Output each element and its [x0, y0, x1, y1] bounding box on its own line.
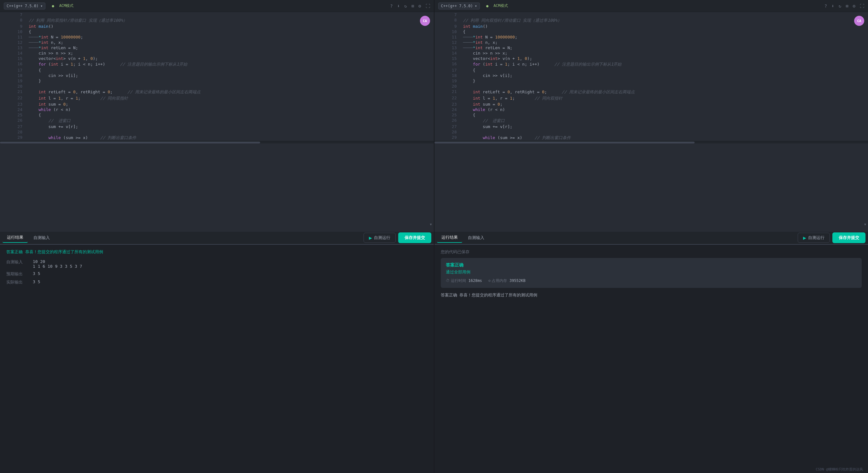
line-code — [461, 12, 868, 17]
left-layout-icon[interactable]: ⊞ — [411, 3, 414, 8]
right-lang-selector[interactable]: C++(g++ 7.5.0) ▾ — [438, 2, 480, 9]
left-settings-icon[interactable]: ⚙ — [418, 3, 421, 8]
right-fullscreen-icon[interactable]: ⛶ — [860, 3, 864, 8]
line-code: int retLeft = 0, retRight = 0; // 用来记录最终… — [26, 89, 434, 95]
table-row: 12 ────*int n, x; — [434, 40, 868, 45]
table-row: 21 int retLeft = 0, retRight = 0; // 用来记… — [434, 89, 868, 95]
right-memory-meta: ⚙ 占用内存 39552KB — [488, 278, 526, 283]
table-row: 27 sum += v[r]; — [434, 124, 868, 129]
table-row: 23 int sum = 0; — [434, 101, 868, 107]
right-scroll-arrow[interactable]: ▼ — [864, 223, 866, 226]
right-download-icon[interactable]: ⬇ — [831, 3, 834, 8]
line-number: 9 — [434, 24, 461, 29]
line-code: sum += v[r]; — [461, 124, 868, 129]
table-row: 19 } — [434, 78, 868, 84]
left-editor-topbar: C++(g++ 7.5.0) ▾ ● ACM模式 ? ⬇ ↻ ⊞ ⚙ ⛶ — [0, 0, 434, 12]
right-tab-run-result[interactable]: 运行结果 — [437, 233, 462, 243]
right-answer-meta: ⏱ 运行时间 1628ms ⚙ 占用内存 39552KB — [446, 278, 857, 283]
right-settings-icon[interactable]: ⚙ — [853, 3, 856, 8]
line-code: int retLeft = 0, retRight = 0; // 用来记录最终… — [461, 89, 868, 95]
line-number: 16 — [0, 61, 26, 67]
left-lang-chevron: ▾ — [40, 4, 42, 8]
left-fullscreen-icon[interactable]: ⛶ — [426, 3, 430, 8]
right-test-run-label: 自测运行 — [808, 235, 825, 241]
line-code: // 进窗口 — [461, 118, 868, 124]
left-help-icon[interactable]: ? — [390, 3, 393, 8]
line-number: 12 — [0, 40, 26, 45]
table-row: 18 cin >> v[i]; — [0, 73, 434, 78]
line-number: 12 — [434, 40, 461, 45]
left-expected-row: 预期输出 3 5 — [6, 271, 428, 277]
line-number: 8 — [0, 17, 26, 24]
right-test-run-btn[interactable]: 自测运行 — [798, 233, 830, 243]
line-number: 28 — [434, 129, 461, 135]
line-number: 18 — [0, 73, 26, 78]
table-row: 9 int main() — [434, 24, 868, 29]
line-code: } — [26, 78, 434, 84]
right-mode-badge: ● — [486, 4, 488, 8]
line-code: cin >> v[i]; — [26, 73, 434, 78]
line-code — [461, 84, 868, 89]
right-layout-icon[interactable]: ⊞ — [846, 3, 848, 8]
line-code: ────*int retLen = N; — [26, 45, 434, 51]
table-row: 28 — [0, 129, 434, 135]
line-number: 17 — [0, 67, 26, 73]
right-refresh-icon[interactable]: ↻ — [839, 3, 841, 8]
left-play-icon — [369, 235, 372, 240]
left-tab-run-result[interactable]: 运行结果 — [2, 233, 28, 243]
table-row: 16 for (int i = 1; i < n; i++) // 注意题目的输… — [0, 61, 434, 67]
right-help-icon[interactable]: ? — [825, 3, 827, 8]
right-submit-btn[interactable]: 保存并提交 — [832, 232, 866, 243]
line-number: 19 — [0, 78, 26, 84]
right-translate-btn[interactable]: CA — [854, 16, 864, 26]
left-translate-btn[interactable]: CA — [420, 16, 430, 26]
line-number: 22 — [0, 95, 26, 101]
right-pass-all: 通过全部用例 — [446, 269, 857, 275]
left-mode-label: ACM模式 — [59, 3, 74, 8]
table-row: 16 for (int i = 1; i < n; i++) // 注意题目的输… — [434, 61, 868, 67]
right-code-table: 7 8 // 利用 同向双指针/滑动窗口 实现（通过率100%） 9 int m… — [434, 12, 868, 141]
right-runtime-value: 1628ms — [468, 278, 482, 283]
line-number: 25 — [434, 112, 461, 118]
line-number: 28 — [0, 129, 26, 135]
table-row: 26 // 进窗口 — [434, 118, 868, 124]
left-download-icon[interactable]: ⬇ — [397, 3, 400, 8]
table-row: 15 vector<int> v(n + 1, 0); — [434, 56, 868, 61]
line-number: 15 — [434, 56, 461, 61]
left-self-test-label: 自测输入 — [6, 259, 25, 269]
line-number: 7 — [434, 12, 461, 17]
line-code: int l = 1, r = 1; // 同向双指针 — [461, 95, 868, 101]
table-row: 29 while (sum >= x) // 判断出窗口条件 — [434, 135, 868, 141]
left-scroll-arrow[interactable]: ▼ — [430, 223, 432, 226]
left-submit-btn[interactable]: 保存并提交 — [398, 232, 431, 243]
table-row: 10 { — [434, 29, 868, 34]
right-play-icon — [803, 235, 806, 240]
table-row: 20 — [434, 84, 868, 89]
left-tab-self-test[interactable]: 自测输入 — [29, 233, 54, 243]
bottom-credit: CSDN @螺蛳粉只吃炸蛋的达风 — [816, 467, 863, 472]
line-number: 9 — [0, 24, 26, 29]
right-scrollbar[interactable] — [434, 141, 868, 144]
line-code: { — [26, 29, 434, 34]
table-row: 8 // 利用 同向双指针/滑动窗口 实现（通过率100%） — [434, 17, 868, 24]
table-row: 7 — [434, 12, 868, 17]
right-saved-msg: 您的代码已保存 — [441, 249, 862, 255]
line-code: while (sum >= x) // 判断出窗口条件 — [461, 135, 868, 141]
right-tab-self-test[interactable]: 自测输入 — [463, 233, 489, 243]
right-answer-correct: 答案正确 — [446, 262, 857, 268]
line-code: ────*int N = 10000000; — [461, 34, 868, 40]
left-refresh-icon[interactable]: ↻ — [404, 3, 407, 8]
line-number: 27 — [434, 124, 461, 129]
right-result-tabs-bar: 运行结果 自测输入 自测运行 保存并提交 — [434, 232, 868, 244]
left-lang-selector[interactable]: C++(g++ 7.5.0) ▾ — [4, 2, 45, 9]
line-code: { — [461, 112, 868, 118]
left-expected-value: 3 5 — [33, 271, 40, 277]
line-number: 13 — [0, 45, 26, 51]
left-test-run-btn[interactable]: 自测运行 — [364, 233, 396, 243]
line-code — [26, 129, 434, 135]
right-success-msg: 答案正确 恭喜！您提交的程序通过了所有的测试用例 — [441, 292, 862, 298]
line-code: int l = 1, r = 1; // 同向双指针 — [26, 95, 434, 101]
line-code — [26, 84, 434, 89]
left-scrollbar[interactable] — [0, 141, 434, 144]
right-runtime-meta: ⏱ 运行时间 1628ms — [446, 278, 482, 283]
